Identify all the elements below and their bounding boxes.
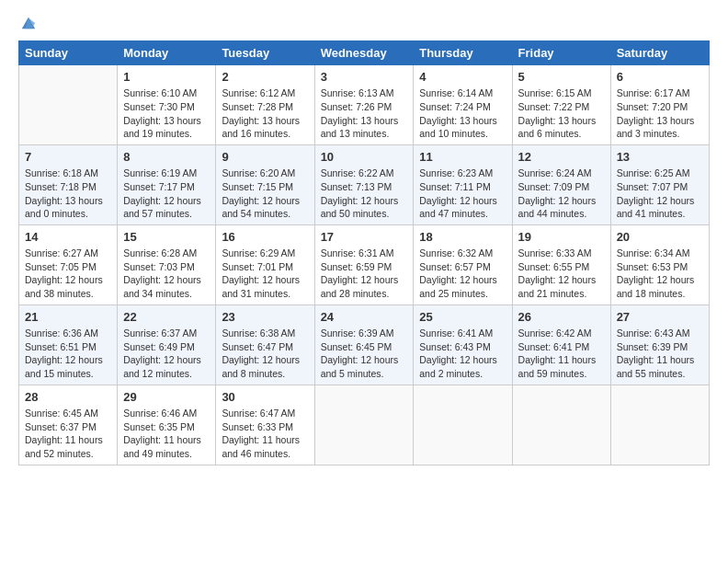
sunset-text: Sunset: 7:01 PM: [222, 260, 308, 274]
day-number: 19: [518, 229, 605, 246]
daylight-text: Daylight: 12 hours and 21 minutes.: [518, 273, 605, 300]
daylight-text: Daylight: 12 hours and 12 minutes.: [123, 353, 210, 380]
calendar-cell: 24Sunrise: 6:39 AMSunset: 6:45 PMDayligh…: [314, 304, 414, 385]
calendar-cell: 8Sunrise: 6:19 AMSunset: 7:17 PMDaylight…: [118, 144, 216, 224]
sunrise-text: Sunrise: 6:38 AM: [222, 327, 308, 340]
daylight-text: Daylight: 13 hours and 19 minutes.: [123, 114, 210, 141]
day-header-monday: Monday: [118, 41, 216, 65]
sunrise-text: Sunrise: 6:39 AM: [321, 327, 408, 340]
week-row-5: 28Sunrise: 6:45 AMSunset: 6:37 PMDayligh…: [19, 385, 710, 465]
sunset-text: Sunset: 6:41 PM: [518, 340, 605, 354]
calendar-cell: 10Sunrise: 6:22 AMSunset: 7:13 PMDayligh…: [314, 144, 414, 224]
daylight-text: Daylight: 12 hours and 54 minutes.: [222, 194, 308, 221]
daylight-text: Daylight: 13 hours and 6 minutes.: [518, 114, 605, 141]
day-number: 7: [25, 149, 111, 166]
day-number: 8: [123, 149, 210, 166]
day-header-wednesday: Wednesday: [314, 41, 414, 65]
sunset-text: Sunset: 7:30 PM: [123, 100, 210, 114]
calendar-cell: 26Sunrise: 6:42 AMSunset: 6:41 PMDayligh…: [512, 304, 610, 385]
sunrise-text: Sunrise: 6:18 AM: [25, 167, 111, 180]
sunset-text: Sunset: 7:24 PM: [419, 100, 506, 114]
sunrise-text: Sunrise: 6:13 AM: [321, 86, 408, 100]
day-number: 1: [123, 69, 210, 86]
sunset-text: Sunset: 7:26 PM: [321, 100, 408, 114]
daylight-text: Daylight: 13 hours and 0 minutes.: [25, 194, 111, 221]
sunset-text: Sunset: 7:09 PM: [518, 180, 605, 194]
daylight-text: Daylight: 11 hours and 52 minutes.: [25, 433, 111, 460]
sunrise-text: Sunrise: 6:25 AM: [617, 167, 703, 180]
calendar-cell: 14Sunrise: 6:27 AMSunset: 7:05 PMDayligh…: [19, 224, 118, 304]
calendar-cell: [610, 385, 709, 465]
sunset-text: Sunset: 7:22 PM: [518, 100, 605, 114]
sunrise-text: Sunrise: 6:41 AM: [419, 327, 506, 340]
logo: [18, 15, 37, 31]
sunrise-text: Sunrise: 6:12 AM: [222, 86, 308, 100]
calendar-cell: 30Sunrise: 6:47 AMSunset: 6:33 PMDayligh…: [216, 385, 314, 465]
sunset-text: Sunset: 7:13 PM: [321, 180, 408, 194]
sunset-text: Sunset: 6:59 PM: [321, 260, 408, 274]
sunset-text: Sunset: 7:11 PM: [419, 180, 506, 194]
calendar-cell: 3Sunrise: 6:13 AMSunset: 7:26 PMDaylight…: [314, 65, 414, 145]
calendar-cell: 7Sunrise: 6:18 AMSunset: 7:18 PMDaylight…: [19, 144, 118, 224]
week-row-4: 21Sunrise: 6:36 AMSunset: 6:51 PMDayligh…: [19, 304, 710, 385]
sunset-text: Sunset: 6:49 PM: [123, 340, 210, 354]
day-number: 22: [123, 309, 210, 326]
logo-icon: [20, 15, 37, 31]
daylight-text: Daylight: 12 hours and 8 minutes.: [222, 353, 308, 380]
daylight-text: Daylight: 12 hours and 31 minutes.: [222, 273, 308, 300]
sunset-text: Sunset: 6:43 PM: [419, 340, 506, 354]
day-number: 21: [25, 309, 111, 326]
day-number: 11: [419, 149, 506, 166]
calendar-cell: 2Sunrise: 6:12 AMSunset: 7:28 PMDaylight…: [216, 65, 314, 145]
sunrise-text: Sunrise: 6:14 AM: [419, 86, 506, 100]
day-number: 23: [222, 309, 308, 326]
calendar-cell: 29Sunrise: 6:46 AMSunset: 6:35 PMDayligh…: [118, 385, 216, 465]
daylight-text: Daylight: 12 hours and 57 minutes.: [123, 194, 210, 221]
day-number: 27: [617, 309, 703, 326]
calendar-cell: 23Sunrise: 6:38 AMSunset: 6:47 PMDayligh…: [216, 304, 314, 385]
calendar-cell: 9Sunrise: 6:20 AMSunset: 7:15 PMDaylight…: [216, 144, 314, 224]
calendar-cell: [414, 385, 512, 465]
daylight-text: Daylight: 13 hours and 13 minutes.: [321, 114, 408, 141]
sunrise-text: Sunrise: 6:24 AM: [518, 167, 605, 180]
day-number: 14: [25, 229, 111, 246]
day-header-tuesday: Tuesday: [216, 41, 314, 65]
calendar-cell: 18Sunrise: 6:32 AMSunset: 6:57 PMDayligh…: [414, 224, 512, 304]
sunrise-text: Sunrise: 6:47 AM: [222, 407, 308, 420]
calendar-cell: 1Sunrise: 6:10 AMSunset: 7:30 PMDaylight…: [118, 65, 216, 145]
daylight-text: Daylight: 11 hours and 55 minutes.: [617, 353, 703, 380]
day-number: 28: [25, 389, 111, 406]
sunrise-text: Sunrise: 6:29 AM: [222, 247, 308, 260]
daylight-text: Daylight: 12 hours and 38 minutes.: [25, 273, 111, 300]
daylight-text: Daylight: 12 hours and 50 minutes.: [321, 194, 408, 221]
sunset-text: Sunset: 7:05 PM: [25, 260, 111, 274]
calendar-cell: 22Sunrise: 6:37 AMSunset: 6:49 PMDayligh…: [118, 304, 216, 385]
calendar-cell: [512, 385, 610, 465]
calendar-cell: 16Sunrise: 6:29 AMSunset: 7:01 PMDayligh…: [216, 224, 314, 304]
sunset-text: Sunset: 6:55 PM: [518, 260, 605, 274]
daylight-text: Daylight: 13 hours and 16 minutes.: [222, 114, 308, 141]
calendar-cell: 6Sunrise: 6:17 AMSunset: 7:20 PMDaylight…: [610, 65, 709, 145]
sunset-text: Sunset: 7:28 PM: [222, 100, 308, 114]
sunset-text: Sunset: 7:20 PM: [617, 100, 703, 114]
header: [18, 15, 710, 31]
sunset-text: Sunset: 7:17 PM: [123, 180, 210, 194]
sunrise-text: Sunrise: 6:45 AM: [25, 407, 111, 420]
daylight-text: Daylight: 11 hours and 59 minutes.: [518, 353, 605, 380]
daylight-text: Daylight: 12 hours and 5 minutes.: [321, 353, 408, 380]
sunset-text: Sunset: 7:15 PM: [222, 180, 308, 194]
sunrise-text: Sunrise: 6:46 AM: [123, 407, 210, 420]
day-number: 10: [321, 149, 408, 166]
day-header-friday: Friday: [512, 41, 610, 65]
sunset-text: Sunset: 7:03 PM: [123, 260, 210, 274]
calendar-cell: 19Sunrise: 6:33 AMSunset: 6:55 PMDayligh…: [512, 224, 610, 304]
sunrise-text: Sunrise: 6:31 AM: [321, 247, 408, 260]
daylight-text: Daylight: 12 hours and 41 minutes.: [617, 194, 703, 221]
daylight-text: Daylight: 12 hours and 44 minutes.: [518, 194, 605, 221]
day-number: 4: [419, 69, 506, 86]
sunrise-text: Sunrise: 6:19 AM: [123, 167, 210, 180]
sunrise-text: Sunrise: 6:28 AM: [123, 247, 210, 260]
sunset-text: Sunset: 6:33 PM: [222, 420, 308, 434]
calendar-cell: [19, 65, 118, 145]
daylight-text: Daylight: 11 hours and 46 minutes.: [222, 433, 308, 460]
